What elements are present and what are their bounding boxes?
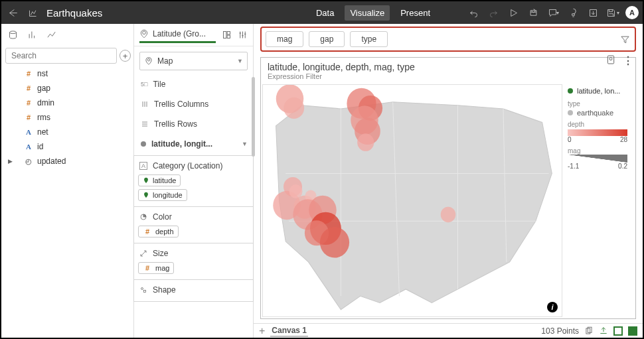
- visualization-canvas: latitude, longitude, depth, mag, type Ex…: [260, 57, 636, 319]
- attribute-icon: A: [24, 128, 33, 136]
- pill-longitude[interactable]: longitude: [138, 189, 187, 201]
- shelf-category[interactable]: ACategory (Location) latitude longitude: [133, 155, 254, 207]
- shelf-size[interactable]: Size #mag: [133, 243, 254, 280]
- chevron-down-icon[interactable]: ▼: [242, 141, 248, 147]
- legend-mag-min: -1.1: [568, 163, 579, 170]
- legend-color-ramp: [568, 129, 627, 136]
- filter-icon[interactable]: [619, 33, 631, 45]
- preview-button[interactable]: [506, 5, 521, 20]
- legend-type-value: earthquake: [568, 109, 630, 117]
- tab-present[interactable]: Present: [395, 5, 436, 21]
- field-gap[interactable]: #gap: [1, 81, 133, 96]
- save-button[interactable]: ▾: [605, 5, 620, 20]
- data-point[interactable]: [441, 207, 456, 223]
- field-dmin[interactable]: #dmin: [1, 96, 133, 110]
- svg-rect-4: [227, 35, 230, 38]
- field-nst[interactable]: #nst: [1, 66, 133, 81]
- user-avatar[interactable]: A: [625, 6, 639, 19]
- filter-chip-type[interactable]: type: [350, 31, 388, 47]
- properties-icon[interactable]: [237, 30, 248, 40]
- data-point[interactable]: [357, 133, 374, 151]
- info-icon[interactable]: i: [547, 302, 558, 312]
- export-icon[interactable]: [599, 326, 608, 336]
- number-icon: #: [24, 70, 33, 78]
- chevron-down-icon: ▼: [237, 58, 243, 64]
- analytics-tab-icon[interactable]: [46, 30, 56, 42]
- legend-layer[interactable]: latitude, lon...: [568, 87, 630, 95]
- pill-latitude[interactable]: latitude: [138, 174, 181, 186]
- svg-rect-3: [227, 32, 230, 34]
- filter-chip-gap[interactable]: gap: [309, 31, 345, 47]
- svg-rect-2: [223, 32, 226, 38]
- viz-type-selector[interactable]: Map ▼: [139, 52, 248, 70]
- workbook-icon: [25, 5, 40, 20]
- field-net[interactable]: Anet: [1, 125, 133, 139]
- layer-header[interactable]: latitude, longit...▼: [139, 138, 248, 151]
- shelf-tile[interactable]: 5□Tile: [139, 78, 248, 92]
- insights-button[interactable]: [566, 5, 580, 20]
- visualizations-tab-icon[interactable]: [27, 30, 37, 42]
- comment-button[interactable]: ▾: [546, 5, 560, 20]
- grammar-panel: Latitude (Gro... Map ▼ 5□Tile Trellis Co…: [134, 24, 254, 338]
- filter-chip-mag[interactable]: mag: [266, 31, 303, 47]
- data-tab-icon[interactable]: [8, 30, 18, 42]
- filter-bar: mag gap type: [260, 27, 636, 52]
- svg-rect-9: [607, 56, 613, 64]
- field-id[interactable]: Aid: [1, 139, 133, 154]
- canvas-footer: + Canvas 1 103 Points: [254, 323, 643, 338]
- redo-button[interactable]: [486, 5, 501, 20]
- viz-title: latitude, longitude, depth, mag, type: [261, 58, 635, 72]
- svg-rect-11: [586, 328, 590, 333]
- svg-rect-8: [144, 291, 146, 293]
- shelf-shape[interactable]: Shape: [133, 280, 254, 302]
- shelf-trellis-rows[interactable]: Trellis Rows: [139, 118, 248, 131]
- tab-data[interactable]: Data: [311, 5, 339, 21]
- legend-mag-max: 0.2: [618, 163, 627, 170]
- attribute-icon: A: [24, 143, 33, 151]
- menu-icon[interactable]: ⋮: [623, 54, 633, 68]
- svg-point-0: [10, 31, 17, 33]
- data-point[interactable]: [320, 227, 349, 257]
- legend-depth-min: 0: [568, 136, 572, 143]
- auto-insight-icon[interactable]: [605, 54, 616, 68]
- copy-icon[interactable]: [584, 326, 594, 336]
- number-icon: #: [24, 84, 33, 92]
- map-area[interactable]: i: [262, 84, 562, 317]
- status-points: 103 Points: [541, 326, 579, 336]
- back-button[interactable]: [5, 5, 20, 20]
- undo-button[interactable]: [466, 5, 481, 20]
- legend-size-ramp: [568, 155, 627, 163]
- legend-depth-max: 28: [620, 136, 627, 143]
- data-point[interactable]: [283, 98, 304, 119]
- layout-freeform-icon[interactable]: [613, 326, 623, 336]
- svg-point-1: [143, 31, 146, 34]
- auto-viz-icon[interactable]: [221, 30, 232, 40]
- refresh-button[interactable]: [526, 5, 540, 20]
- layer-dot-icon: [141, 141, 146, 147]
- data-point[interactable]: [289, 184, 303, 198]
- add-canvas-button[interactable]: +: [259, 325, 265, 337]
- shelf-trellis-columns[interactable]: Trellis Columns: [139, 98, 248, 111]
- grammar-active-tab[interactable]: Latitude (Gro...: [139, 27, 216, 43]
- left-nav-rail: [1, 24, 133, 44]
- pill-depth[interactable]: #depth: [138, 226, 179, 237]
- add-data-button[interactable]: +: [120, 50, 131, 62]
- field-updated[interactable]: ▶◴updated: [1, 154, 133, 169]
- svg-point-7: [141, 288, 143, 290]
- data-fields-list: #nst #gap #dmin #rms Anet Aid ▶◴updated: [1, 66, 133, 338]
- legend-mag-label: mag: [568, 147, 630, 155]
- clock-icon: ◴: [24, 157, 33, 166]
- pill-mag[interactable]: #mag: [138, 262, 174, 274]
- expand-icon[interactable]: ▶: [8, 158, 13, 165]
- shelf-color[interactable]: Color #depth: [133, 207, 254, 243]
- viz-subtitle: Expression Filter: [261, 72, 635, 83]
- field-rms[interactable]: #rms: [1, 110, 133, 125]
- canvas-tab[interactable]: Canvas 1: [270, 325, 308, 337]
- search-input[interactable]: [5, 48, 117, 64]
- number-icon: #: [24, 99, 33, 107]
- svg-point-5: [147, 59, 150, 62]
- layout-auto-icon[interactable]: [628, 326, 637, 336]
- legend: latitude, lon... type earthquake depth 0…: [562, 83, 635, 318]
- export-button[interactable]: [586, 5, 600, 20]
- tab-visualize[interactable]: Visualize: [345, 5, 390, 21]
